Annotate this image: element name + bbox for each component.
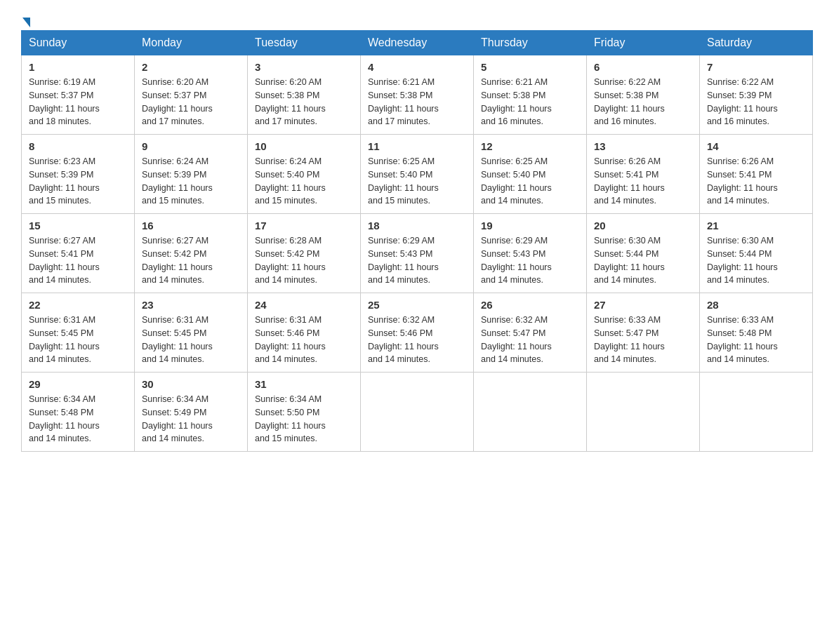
calendar-cell: 11Sunrise: 6:25 AMSunset: 5:40 PMDayligh… bbox=[361, 135, 474, 214]
day-info: Sunrise: 6:21 AMSunset: 5:38 PMDaylight:… bbox=[481, 76, 579, 128]
day-number: 18 bbox=[368, 220, 466, 232]
day-info: Sunrise: 6:30 AMSunset: 5:44 PMDaylight:… bbox=[707, 234, 805, 287]
day-info: Sunrise: 6:34 AMSunset: 5:48 PMDaylight:… bbox=[29, 393, 127, 445]
weekday-header-wednesday: Wednesday bbox=[361, 31, 474, 55]
day-number: 5 bbox=[481, 61, 579, 73]
calendar-cell: 17Sunrise: 6:28 AMSunset: 5:42 PMDayligh… bbox=[248, 214, 361, 293]
calendar-week-row: 29Sunrise: 6:34 AMSunset: 5:48 PMDayligh… bbox=[22, 373, 813, 452]
calendar-cell: 13Sunrise: 6:26 AMSunset: 5:41 PMDayligh… bbox=[587, 135, 700, 214]
day-info: Sunrise: 6:33 AMSunset: 5:48 PMDaylight:… bbox=[707, 314, 805, 366]
calendar-cell: 24Sunrise: 6:31 AMSunset: 5:46 PMDayligh… bbox=[248, 293, 361, 373]
calendar-week-row: 1Sunrise: 6:19 AMSunset: 5:37 PMDaylight… bbox=[22, 55, 813, 135]
calendar-cell: 26Sunrise: 6:32 AMSunset: 5:47 PMDayligh… bbox=[474, 293, 587, 373]
weekday-header-row: SundayMondayTuesdayWednesdayThursdayFrid… bbox=[22, 31, 813, 55]
day-info: Sunrise: 6:30 AMSunset: 5:44 PMDaylight:… bbox=[594, 234, 692, 287]
day-number: 1 bbox=[29, 61, 127, 73]
calendar-cell: 14Sunrise: 6:26 AMSunset: 5:41 PMDayligh… bbox=[700, 135, 813, 214]
calendar-cell: 28Sunrise: 6:33 AMSunset: 5:48 PMDayligh… bbox=[700, 293, 813, 373]
calendar-cell bbox=[700, 373, 813, 452]
day-info: Sunrise: 6:32 AMSunset: 5:46 PMDaylight:… bbox=[368, 314, 466, 366]
day-number: 26 bbox=[481, 299, 579, 311]
calendar-cell: 5Sunrise: 6:21 AMSunset: 5:38 PMDaylight… bbox=[474, 55, 587, 135]
calendar-cell: 9Sunrise: 6:24 AMSunset: 5:39 PMDaylight… bbox=[135, 135, 248, 214]
day-info: Sunrise: 6:25 AMSunset: 5:40 PMDaylight:… bbox=[368, 155, 466, 208]
calendar-cell: 27Sunrise: 6:33 AMSunset: 5:47 PMDayligh… bbox=[587, 293, 700, 373]
day-info: Sunrise: 6:34 AMSunset: 5:50 PMDaylight:… bbox=[255, 393, 353, 445]
weekday-header-sunday: Sunday bbox=[22, 31, 135, 55]
calendar-table: SundayMondayTuesdayWednesdayThursdayFrid… bbox=[21, 30, 813, 452]
day-number: 8 bbox=[29, 140, 127, 152]
day-number: 11 bbox=[368, 140, 466, 152]
calendar-cell: 21Sunrise: 6:30 AMSunset: 5:44 PMDayligh… bbox=[700, 214, 813, 293]
calendar-cell: 1Sunrise: 6:19 AMSunset: 5:37 PMDaylight… bbox=[22, 55, 135, 135]
day-info: Sunrise: 6:20 AMSunset: 5:38 PMDaylight:… bbox=[255, 76, 353, 128]
day-number: 30 bbox=[142, 378, 240, 390]
day-number: 23 bbox=[142, 299, 240, 311]
page-header bbox=[21, 14, 813, 23]
calendar-cell: 7Sunrise: 6:22 AMSunset: 5:39 PMDaylight… bbox=[700, 55, 813, 135]
weekday-header-friday: Friday bbox=[587, 31, 700, 55]
day-number: 4 bbox=[368, 61, 466, 73]
day-info: Sunrise: 6:23 AMSunset: 5:39 PMDaylight:… bbox=[29, 155, 127, 208]
day-info: Sunrise: 6:19 AMSunset: 5:37 PMDaylight:… bbox=[29, 76, 127, 128]
day-number: 31 bbox=[255, 378, 353, 390]
day-number: 13 bbox=[594, 140, 692, 152]
day-number: 2 bbox=[142, 61, 240, 73]
day-number: 3 bbox=[255, 61, 353, 73]
calendar-cell: 6Sunrise: 6:22 AMSunset: 5:38 PMDaylight… bbox=[587, 55, 700, 135]
weekday-header-tuesday: Tuesday bbox=[248, 31, 361, 55]
day-number: 9 bbox=[142, 140, 240, 152]
calendar-cell: 23Sunrise: 6:31 AMSunset: 5:45 PMDayligh… bbox=[135, 293, 248, 373]
weekday-header-thursday: Thursday bbox=[474, 31, 587, 55]
day-info: Sunrise: 6:21 AMSunset: 5:38 PMDaylight:… bbox=[368, 76, 466, 128]
day-number: 24 bbox=[255, 299, 353, 311]
day-number: 10 bbox=[255, 140, 353, 152]
calendar-cell: 22Sunrise: 6:31 AMSunset: 5:45 PMDayligh… bbox=[22, 293, 135, 373]
calendar-cell: 15Sunrise: 6:27 AMSunset: 5:41 PMDayligh… bbox=[22, 214, 135, 293]
day-info: Sunrise: 6:24 AMSunset: 5:40 PMDaylight:… bbox=[255, 155, 353, 208]
weekday-header-monday: Monday bbox=[135, 31, 248, 55]
day-info: Sunrise: 6:22 AMSunset: 5:38 PMDaylight:… bbox=[594, 76, 692, 128]
day-number: 15 bbox=[29, 220, 127, 232]
day-info: Sunrise: 6:31 AMSunset: 5:45 PMDaylight:… bbox=[29, 314, 127, 366]
day-info: Sunrise: 6:22 AMSunset: 5:39 PMDaylight:… bbox=[707, 76, 805, 128]
day-number: 20 bbox=[594, 220, 692, 232]
calendar-cell: 30Sunrise: 6:34 AMSunset: 5:49 PMDayligh… bbox=[135, 373, 248, 452]
day-number: 7 bbox=[707, 61, 805, 73]
day-info: Sunrise: 6:31 AMSunset: 5:46 PMDaylight:… bbox=[255, 314, 353, 366]
day-info: Sunrise: 6:26 AMSunset: 5:41 PMDaylight:… bbox=[594, 155, 692, 208]
calendar-week-row: 8Sunrise: 6:23 AMSunset: 5:39 PMDaylight… bbox=[22, 135, 813, 214]
day-number: 29 bbox=[29, 378, 127, 390]
day-number: 12 bbox=[481, 140, 579, 152]
day-info: Sunrise: 6:27 AMSunset: 5:41 PMDaylight:… bbox=[29, 234, 127, 287]
logo-triangle-icon bbox=[22, 18, 30, 27]
day-info: Sunrise: 6:29 AMSunset: 5:43 PMDaylight:… bbox=[481, 234, 579, 287]
day-number: 25 bbox=[368, 299, 466, 311]
calendar-week-row: 22Sunrise: 6:31 AMSunset: 5:45 PMDayligh… bbox=[22, 293, 813, 373]
calendar-cell: 2Sunrise: 6:20 AMSunset: 5:37 PMDaylight… bbox=[135, 55, 248, 135]
day-info: Sunrise: 6:34 AMSunset: 5:49 PMDaylight:… bbox=[142, 393, 240, 445]
calendar-cell: 31Sunrise: 6:34 AMSunset: 5:50 PMDayligh… bbox=[248, 373, 361, 452]
day-info: Sunrise: 6:24 AMSunset: 5:39 PMDaylight:… bbox=[142, 155, 240, 208]
day-number: 19 bbox=[481, 220, 579, 232]
day-number: 6 bbox=[594, 61, 692, 73]
calendar-cell: 20Sunrise: 6:30 AMSunset: 5:44 PMDayligh… bbox=[587, 214, 700, 293]
calendar-cell bbox=[361, 373, 474, 452]
day-info: Sunrise: 6:33 AMSunset: 5:47 PMDaylight:… bbox=[594, 314, 692, 366]
calendar-cell bbox=[587, 373, 700, 452]
logo bbox=[21, 18, 30, 23]
calendar-cell: 29Sunrise: 6:34 AMSunset: 5:48 PMDayligh… bbox=[22, 373, 135, 452]
day-info: Sunrise: 6:25 AMSunset: 5:40 PMDaylight:… bbox=[481, 155, 579, 208]
day-info: Sunrise: 6:28 AMSunset: 5:42 PMDaylight:… bbox=[255, 234, 353, 287]
calendar-cell: 25Sunrise: 6:32 AMSunset: 5:46 PMDayligh… bbox=[361, 293, 474, 373]
day-number: 16 bbox=[142, 220, 240, 232]
calendar-cell: 4Sunrise: 6:21 AMSunset: 5:38 PMDaylight… bbox=[361, 55, 474, 135]
calendar-cell: 3Sunrise: 6:20 AMSunset: 5:38 PMDaylight… bbox=[248, 55, 361, 135]
calendar-cell: 18Sunrise: 6:29 AMSunset: 5:43 PMDayligh… bbox=[361, 214, 474, 293]
calendar-cell: 10Sunrise: 6:24 AMSunset: 5:40 PMDayligh… bbox=[248, 135, 361, 214]
calendar-cell: 16Sunrise: 6:27 AMSunset: 5:42 PMDayligh… bbox=[135, 214, 248, 293]
day-info: Sunrise: 6:26 AMSunset: 5:41 PMDaylight:… bbox=[707, 155, 805, 208]
day-info: Sunrise: 6:32 AMSunset: 5:47 PMDaylight:… bbox=[481, 314, 579, 366]
calendar-cell: 19Sunrise: 6:29 AMSunset: 5:43 PMDayligh… bbox=[474, 214, 587, 293]
calendar-week-row: 15Sunrise: 6:27 AMSunset: 5:41 PMDayligh… bbox=[22, 214, 813, 293]
